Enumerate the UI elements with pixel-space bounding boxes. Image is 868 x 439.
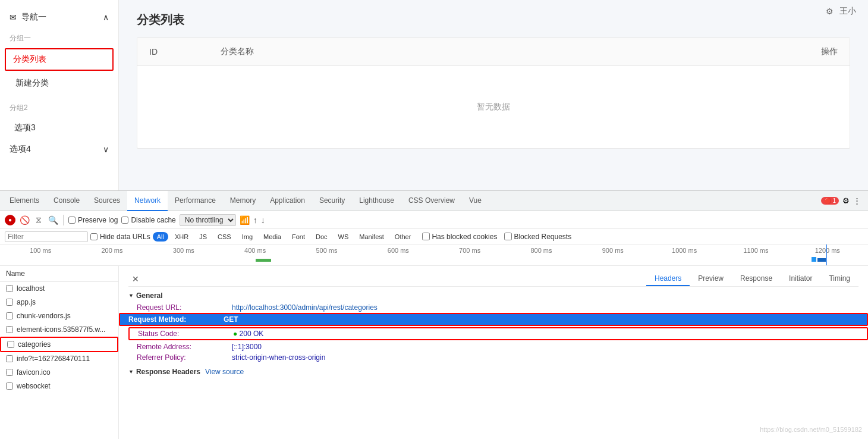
tab-security[interactable]: Security [312,191,352,211]
upload-button[interactable]: ↑ [253,215,257,225]
wifi-icon: 📶 [240,215,250,225]
clear-button[interactable]: 🚫 [19,215,30,225]
request-url-row: Request URL: http://localhost:3000/admin… [128,302,858,313]
detail-tab-timing[interactable]: Timing [820,272,858,286]
filter-pill-font[interactable]: Font [288,232,309,242]
sidebar-nav-item[interactable]: ✉ 导航一 ∧ [0,6,118,29]
settings-devtools-icon[interactable]: ⚙ [842,196,850,205]
tab-application[interactable]: Application [263,191,312,211]
file-item-elementicons[interactable]: element-icons.535877f5.w... [0,323,118,337]
timeline-labels: 100 ms 200 ms 300 ms 400 ms 500 ms 600 m… [0,244,868,256]
filter-pill-css[interactable]: CSS [213,232,235,242]
timeline-bar-3 [817,258,826,262]
detail-tab-headers[interactable]: Headers [646,272,690,286]
sidebar-item-new-category[interactable]: 新建分类 [0,71,118,96]
filter-pill-all[interactable]: All [153,232,168,242]
filter-pill-xhr[interactable]: XHR [171,232,193,242]
filter-pill-other[interactable]: Other [391,232,416,242]
timeline-cursor [826,244,827,265]
timeline-200ms: 200 ms [76,247,147,254]
sidebar-item-categories[interactable]: 分类列表 [5,48,114,71]
view-source-button[interactable]: View source [205,368,244,376]
search-button[interactable]: 🔍 [48,215,58,225]
col-name: 分类名称 [221,46,790,57]
status-code-key: Status Code: [138,330,233,338]
file-item-info[interactable]: info?t=1627268470111 [0,352,118,366]
timeline-400ms: 400 ms [219,247,291,254]
general-section-title[interactable]: General [128,291,858,300]
file-item-appjs[interactable]: app.js [0,296,118,309]
filter-pill-js[interactable]: JS [195,232,211,242]
filter-pill-media[interactable]: Media [259,232,285,242]
timeline-800ms: 800 ms [505,247,577,254]
timeline-1000ms: 1000 ms [649,247,720,254]
detail-tab-preview[interactable]: Preview [690,272,732,286]
mail-icon: ✉ [10,12,17,22]
tab-lighthouse[interactable]: Lighthouse [352,191,401,211]
response-headers-title[interactable]: Response Headers [128,368,200,376]
referrer-key: Referrer Policy: [137,353,232,362]
download-button[interactable]: ↓ [261,215,265,225]
disable-cache-checkbox[interactable]: Disable cache [121,216,175,224]
timeline-300ms: 300 ms [148,247,219,254]
filter-button[interactable]: ⧖ [33,215,44,225]
file-item-websocket[interactable]: websocket [0,380,118,393]
timeline-900ms: 900 ms [577,247,649,254]
user-name: 王小 [839,6,856,17]
sidebar-group2-label: 分组2 [0,98,118,118]
timeline-1200ms: 1200 ms [792,247,863,254]
tab-elements[interactable]: Elements [2,191,46,211]
tab-network[interactable]: Network [127,191,168,211]
tab-memory[interactable]: Memory [223,191,263,211]
network-toolbar: ● 🚫 ⧖ 🔍 Preserve log Disable cache No th… [0,211,868,229]
tab-performance[interactable]: Performance [168,191,223,211]
detail-tab-response[interactable]: Response [732,272,781,286]
filter-pill-ws[interactable]: WS [334,232,353,242]
settings-icon[interactable]: ⚙ [826,7,834,16]
sidebar-nav-label: 导航一 [21,12,46,23]
blocked-requests-checkbox[interactable]: Blocked Requests [504,233,571,241]
close-detail-button[interactable]: ✕ [128,273,143,285]
file-item-chunkvendors[interactable]: chunk-vendors.js [0,309,118,323]
file-item-favicon[interactable]: favicon.ico [0,366,118,380]
table-empty: 暂无数据 [137,66,850,148]
tab-sources[interactable]: Sources [87,191,127,211]
sidebar-item-option3[interactable]: 选项3 [0,118,118,138]
file-item-localhost[interactable]: localhost [0,282,118,296]
preserve-log-checkbox[interactable]: Preserve log [68,216,118,224]
timeline-bar-1 [256,259,271,262]
request-method-key: Request Method: [128,315,224,324]
filter-input[interactable] [5,231,88,242]
timeline-600ms: 600 ms [363,247,434,254]
filter-pill-manifest[interactable]: Manifest [355,232,388,242]
separator [63,215,64,225]
remote-address-val: [::1]:3000 [232,343,262,351]
categories-table: ID 分类名称 操作 暂无数据 [137,37,850,149]
main-content: 分类列表 ID 分类名称 操作 暂无数据 [119,0,868,190]
file-item-categories[interactable]: categories [0,337,118,352]
record-button[interactable]: ● [5,215,15,225]
devtools-tab-icons: 🔴 1 ⚙ ⋮ [816,196,866,205]
timeline-100ms: 100 ms [5,247,76,254]
remote-address-row: Remote Address: [::1]:3000 [128,341,858,352]
throttle-select[interactable]: No throttling [180,214,236,226]
hide-data-urls-checkbox[interactable]: Hide data URLs [90,233,150,241]
detail-panel: ✕ Headers Preview Response Initiator Tim… [119,266,868,439]
col-id: ID [149,47,221,57]
filter-pill-doc[interactable]: Doc [312,232,332,242]
tab-vue[interactable]: Vue [462,191,489,211]
filter-pill-img[interactable]: Img [238,232,257,242]
tab-css-overview[interactable]: CSS Overview [401,191,462,211]
tab-console[interactable]: Console [46,191,87,211]
watermark: https://blog.csdn.net/m0_51599182 [760,426,862,433]
file-list-header: Name [0,266,118,282]
timeline-700ms: 700 ms [434,247,505,254]
sidebar-item-option4[interactable]: 选项4 ∨ [0,138,118,161]
sidebar-group1-label: 分组一 [0,29,118,48]
page-title: 分类列表 [137,12,850,28]
file-list: Name localhost app.js chunk-vendors.js e… [0,266,119,439]
detail-tab-initiator[interactable]: Initiator [781,272,820,286]
more-icon[interactable]: ⋮ [853,196,861,205]
has-blocked-cookies-checkbox[interactable]: Has blocked cookies [422,233,497,241]
remote-address-key: Remote Address: [137,343,232,351]
